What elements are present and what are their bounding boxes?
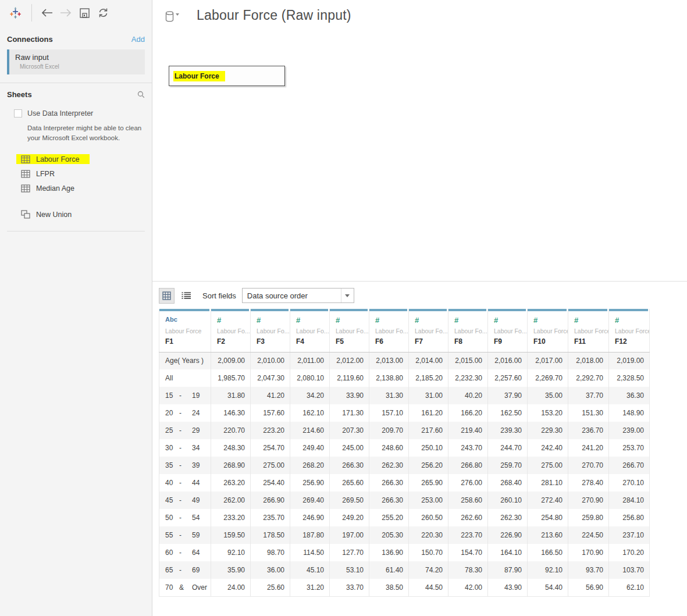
value-cell[interactable]: 170.20: [609, 544, 650, 561]
value-cell[interactable]: 2,269.70: [528, 369, 568, 387]
column-header[interactable]: #Labour Fo...F6: [369, 309, 409, 352]
value-cell[interactable]: 266.80: [448, 457, 488, 474]
value-cell[interactable]: 268.90: [211, 457, 251, 474]
value-cell[interactable]: 207.30: [330, 422, 369, 439]
value-cell[interactable]: 2,010.00: [251, 352, 290, 369]
value-cell[interactable]: 262.30: [369, 457, 409, 474]
value-cell[interactable]: 236.70: [568, 422, 609, 439]
value-cell[interactable]: 54.40: [528, 579, 568, 596]
use-data-interpreter-checkbox[interactable]: [14, 109, 22, 117]
value-cell[interactable]: 270.10: [609, 474, 650, 492]
value-cell[interactable]: 243.70: [448, 439, 488, 457]
value-cell[interactable]: 93.70: [568, 561, 609, 579]
value-cell[interactable]: 2,232.30: [448, 369, 488, 387]
value-cell[interactable]: 2,257.60: [488, 369, 528, 387]
value-cell[interactable]: 254.80: [528, 509, 568, 526]
value-cell[interactable]: 162.50: [488, 404, 528, 422]
value-cell[interactable]: 219.40: [448, 422, 488, 439]
value-cell[interactable]: 161.20: [409, 404, 448, 422]
value-cell[interactable]: 62.10: [609, 579, 650, 596]
value-cell[interactable]: 256.80: [609, 509, 650, 526]
value-cell[interactable]: 2,015.00: [448, 352, 488, 369]
value-cell[interactable]: 278.40: [568, 474, 609, 492]
value-cell[interactable]: 56.90: [568, 579, 609, 596]
value-cell[interactable]: 197.00: [330, 526, 369, 544]
value-cell[interactable]: 262.00: [211, 492, 251, 509]
value-cell[interactable]: 268.40: [488, 474, 528, 492]
value-cell[interactable]: 87.90: [488, 561, 528, 579]
value-cell[interactable]: 2,013.00: [369, 352, 409, 369]
value-cell[interactable]: 220.70: [211, 422, 251, 439]
refresh-icon[interactable]: [94, 3, 112, 22]
value-cell[interactable]: 159.50: [211, 526, 251, 544]
value-cell[interactable]: 223.20: [251, 422, 290, 439]
save-icon[interactable]: [75, 3, 94, 22]
value-cell[interactable]: 223.70: [448, 526, 488, 544]
value-cell[interactable]: 36.30: [609, 387, 650, 404]
value-cell[interactable]: 269.50: [330, 492, 369, 509]
value-cell[interactable]: 2,009.00: [211, 352, 251, 369]
value-cell[interactable]: 164.10: [488, 544, 528, 561]
value-cell[interactable]: 266.30: [330, 457, 369, 474]
value-cell[interactable]: 2,080.10: [290, 369, 330, 387]
value-cell[interactable]: 35.90: [211, 561, 251, 579]
value-cell[interactable]: 275.00: [251, 457, 290, 474]
value-cell[interactable]: 254.70: [251, 439, 290, 457]
value-cell[interactable]: 265.90: [409, 474, 448, 492]
row-label-cell[interactable]: 65-69: [159, 561, 211, 579]
value-cell[interactable]: 266.90: [251, 492, 290, 509]
value-cell[interactable]: 205.30: [369, 526, 409, 544]
value-cell[interactable]: 224.50: [568, 526, 609, 544]
add-connection-link[interactable]: Add: [131, 35, 145, 44]
value-cell[interactable]: 171.30: [330, 404, 369, 422]
value-cell[interactable]: 78.30: [448, 561, 488, 579]
value-cell[interactable]: 284.10: [609, 492, 650, 509]
value-cell[interactable]: 41.20: [251, 387, 290, 404]
value-cell[interactable]: 25.60: [251, 579, 290, 596]
row-label-cell[interactable]: 45-49: [159, 492, 211, 509]
column-header[interactable]: #Labour Fo...F9: [488, 309, 528, 352]
value-cell[interactable]: 262.60: [448, 509, 488, 526]
value-cell[interactable]: 246.90: [290, 509, 330, 526]
column-header[interactable]: #Labour Fo...F3: [251, 309, 290, 352]
value-cell[interactable]: 217.60: [409, 422, 448, 439]
value-cell[interactable]: 2,018.00: [568, 352, 609, 369]
value-cell[interactable]: 38.50: [369, 579, 409, 596]
value-cell[interactable]: 24.00: [211, 579, 251, 596]
value-cell[interactable]: 2,019.00: [609, 352, 650, 369]
value-cell[interactable]: 42.00: [448, 579, 488, 596]
value-cell[interactable]: 154.70: [448, 544, 488, 561]
column-header[interactable]: #Labour ForceF10: [528, 309, 568, 352]
value-cell[interactable]: 53.10: [330, 561, 369, 579]
value-cell[interactable]: 98.70: [251, 544, 290, 561]
value-cell[interactable]: 229.30: [528, 422, 568, 439]
value-cell[interactable]: 43.90: [488, 579, 528, 596]
value-cell[interactable]: 233.20: [211, 509, 251, 526]
row-label-cell[interactable]: 30-34: [159, 439, 211, 457]
value-cell[interactable]: 114.50: [290, 544, 330, 561]
value-cell[interactable]: 44.50: [409, 579, 448, 596]
row-label-cell[interactable]: 55-59: [159, 526, 211, 544]
value-cell[interactable]: 92.10: [211, 544, 251, 561]
value-cell[interactable]: 281.10: [528, 474, 568, 492]
value-cell[interactable]: 253.70: [609, 439, 650, 457]
value-cell[interactable]: 40.20: [448, 387, 488, 404]
value-cell[interactable]: 2,185.20: [409, 369, 448, 387]
value-cell[interactable]: 245.00: [330, 439, 369, 457]
value-cell[interactable]: 2,138.80: [369, 369, 409, 387]
sheet-item[interactable]: Labour Force: [7, 152, 145, 166]
connection-item[interactable]: Raw input Microsoft Excel: [7, 49, 145, 74]
value-cell[interactable]: 2,292.70: [568, 369, 609, 387]
value-cell[interactable]: 266.30: [369, 474, 409, 492]
value-cell[interactable]: 35.00: [528, 387, 568, 404]
value-cell[interactable]: 146.30: [211, 404, 251, 422]
column-header[interactable]: #Labour Fo...F7: [409, 309, 448, 352]
forward-arrow-icon[interactable]: [56, 3, 75, 22]
value-cell[interactable]: 127.70: [330, 544, 369, 561]
column-header[interactable]: AbcLabour ForceF1: [159, 309, 211, 352]
value-cell[interactable]: 260.50: [409, 509, 448, 526]
value-cell[interactable]: 272.40: [528, 492, 568, 509]
value-cell[interactable]: 166.50: [528, 544, 568, 561]
value-cell[interactable]: 187.80: [290, 526, 330, 544]
value-cell[interactable]: 276.00: [448, 474, 488, 492]
